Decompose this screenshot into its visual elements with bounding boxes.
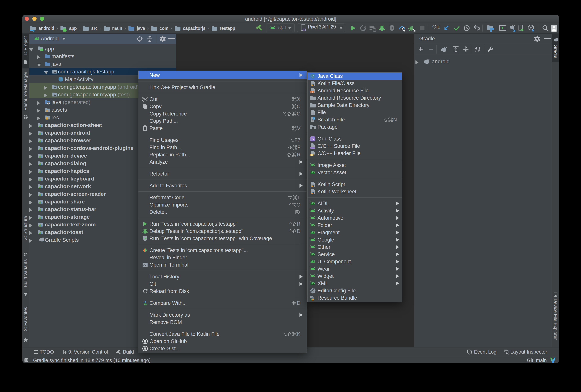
svg-text:C: C — [60, 77, 62, 81]
svg-text:S: S — [312, 137, 314, 141]
svg-text:H: H — [311, 154, 312, 156]
svg-text:A: A — [364, 28, 365, 31]
svg-text:C++: C++ — [311, 147, 314, 149]
svg-text:<>: <> — [311, 91, 314, 93]
svg-text:C: C — [311, 74, 314, 78]
